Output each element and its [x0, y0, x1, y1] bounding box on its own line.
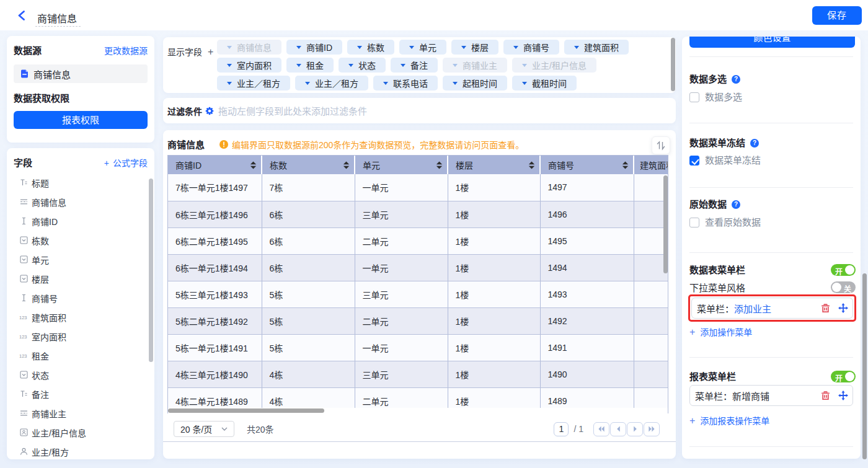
svg-text:123: 123	[19, 334, 27, 340]
svg-text:123: 123	[19, 353, 27, 359]
svg-text:123: 123	[19, 315, 27, 320]
